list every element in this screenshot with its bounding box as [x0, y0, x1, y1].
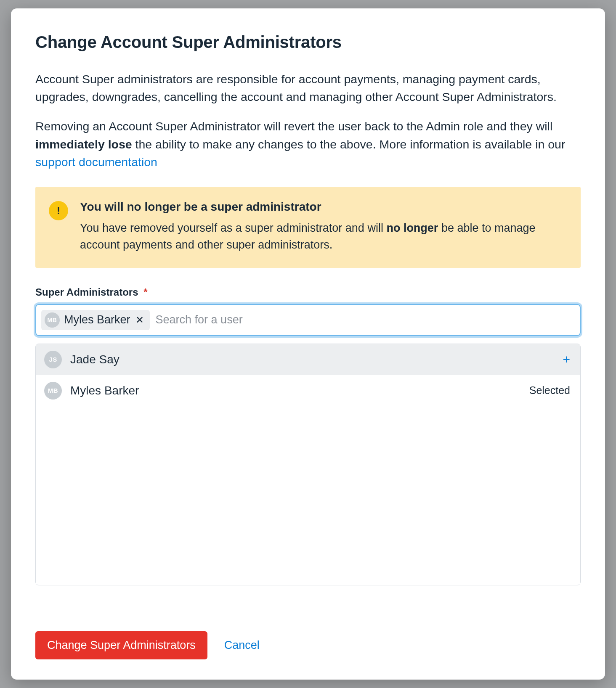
- change-superadmins-modal: Change Account Super Administrators Acco…: [11, 8, 605, 680]
- warning-text-strong: no longer: [386, 222, 438, 234]
- dropdown-item-available[interactable]: JS Jade Say +: [36, 344, 580, 375]
- required-indicator: *: [143, 286, 147, 298]
- selected-state-label: Selected: [529, 384, 570, 397]
- avatar: MB: [44, 382, 62, 400]
- superadmin-tag-input[interactable]: MB Myles Barker ✕: [35, 304, 581, 336]
- selected-user-tag: MB Myles Barker ✕: [41, 310, 150, 330]
- intro-p2-pre: Removing an Account Super Administrator …: [35, 119, 552, 133]
- dropdown-item-selected[interactable]: MB Myles Barker Selected: [36, 375, 580, 406]
- warning-text: You have removed yourself as a super adm…: [80, 220, 565, 254]
- support-docs-link[interactable]: support documentation: [35, 155, 157, 169]
- warning-body: You will no longer be a super administra…: [80, 200, 565, 254]
- modal-footer: Change Super Administrators Cancel: [35, 614, 581, 659]
- intro-paragraph-2: Removing an Account Super Administrator …: [35, 117, 581, 171]
- avatar: JS: [44, 351, 62, 368]
- cancel-button[interactable]: Cancel: [224, 639, 260, 652]
- dropdown-item-name: Myles Barker: [70, 384, 521, 397]
- warning-icon: !: [49, 201, 68, 220]
- field-label: Super Administrators *: [35, 286, 581, 298]
- warning-text-pre: You have removed yourself as a super adm…: [80, 222, 386, 234]
- intro-p2-post: the ability to make any changes to the a…: [132, 138, 566, 151]
- dropdown-item-name: Jade Say: [70, 353, 554, 366]
- change-superadmins-button[interactable]: Change Super Administrators: [35, 631, 207, 659]
- user-dropdown: JS Jade Say + MB Myles Barker Selected: [35, 344, 581, 585]
- self-removal-warning: ! You will no longer be a super administ…: [35, 187, 581, 268]
- avatar: MB: [45, 312, 60, 328]
- field-label-text: Super Administrators: [35, 286, 138, 298]
- search-input[interactable]: [156, 313, 575, 326]
- modal-title: Change Account Super Administrators: [35, 33, 581, 52]
- add-user-icon[interactable]: +: [563, 352, 570, 367]
- remove-tag-icon[interactable]: ✕: [135, 315, 145, 325]
- warning-title: You will no longer be a super administra…: [80, 200, 565, 214]
- intro-p2-strong: immediately lose: [35, 138, 132, 151]
- intro-paragraph-1: Account Super administrators are respons…: [35, 70, 581, 106]
- tag-user-name: Myles Barker: [64, 313, 130, 326]
